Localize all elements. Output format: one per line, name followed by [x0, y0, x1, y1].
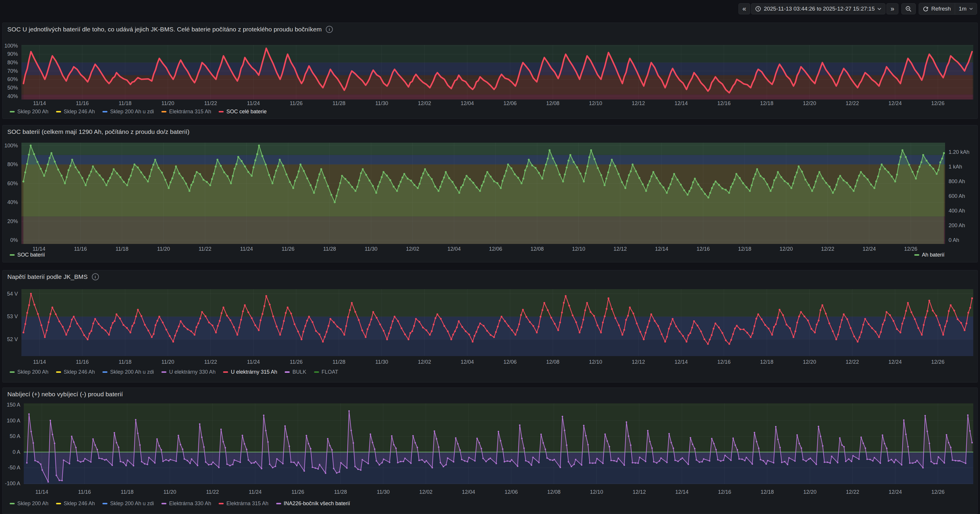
x-axis-tick-label: 11/22: [200, 359, 221, 365]
legend-item[interactable]: Sklep 200 Ah: [10, 501, 48, 507]
x-axis-tick-label: 12/02: [415, 489, 436, 495]
time-range-picker[interactable]: 2025-11-13 03:44:26 to 2025-12-27 15:27:…: [751, 3, 886, 14]
x-axis-tick-label: 12/08: [543, 489, 565, 495]
panel-soc-total: SOC baterií (celkem mají 1290 Ah, počítá…: [2, 125, 978, 263]
x-axis-tick-label: 12/10: [585, 100, 606, 107]
y-axis-tick-label: 40%: [3, 199, 18, 205]
x-axis-tick-label: 11/30: [360, 246, 382, 252]
legend-series-swatch: [102, 503, 107, 504]
x-axis-tick-label: 12/20: [800, 489, 821, 495]
legend-series-swatch: [914, 254, 919, 256]
chart-plot-area[interactable]: [24, 403, 973, 484]
x-axis-tick-label: 12/14: [671, 100, 692, 107]
zoom-out-button[interactable]: [901, 3, 916, 14]
legend-series-swatch: [56, 503, 61, 504]
legend-item[interactable]: Sklep 246 Ah: [56, 108, 95, 115]
x-axis-tick-label: 12/04: [458, 489, 479, 495]
legend-series-label: Sklep 200 Ah u zdi: [110, 501, 154, 507]
chart-plot-area[interactable]: [21, 289, 973, 356]
time-shift-forward-button[interactable]: »: [886, 3, 899, 14]
legend-series-swatch: [219, 503, 224, 504]
chart-plot-area[interactable]: [21, 45, 973, 100]
panel-title[interactable]: Nabíjecí (+) nebo vybíjecí (-) proud bat…: [7, 391, 123, 398]
refresh-interval-dropdown[interactable]: 1m: [955, 3, 977, 14]
y-axis-tick-label: 60%: [3, 180, 18, 187]
x-axis-tick-label: 12/08: [542, 100, 563, 107]
legend-item[interactable]: Sklep 246 Ah: [56, 369, 95, 375]
x-axis-tick-label: 11/26: [286, 100, 307, 107]
x-axis-tick-label: 11/28: [328, 359, 350, 365]
time-range-label: 2025-11-13 03:44:26 to 2025-12-27 15:27:…: [764, 6, 875, 12]
legend-item[interactable]: Elektrárna 315 Ah: [161, 108, 211, 115]
legend-item[interactable]: Ah baterií: [914, 252, 945, 258]
legend-series-swatch: [161, 503, 166, 504]
panel-title[interactable]: SOC baterií (celkem mají 1290 Ah, počítá…: [7, 128, 189, 135]
x-axis-tick-label: 12/12: [609, 246, 631, 252]
legend-item[interactable]: SOC celé baterie: [219, 108, 267, 115]
x-axis-tick-label: 11/24: [243, 100, 264, 107]
chart-legend: Sklep 200 AhSklep 246 AhSklep 200 Ah u z…: [10, 369, 973, 375]
x-axis-tick-label: 12/16: [713, 100, 735, 107]
panel-battery-voltage: Napětí baterií podle JK_BMS i 54 V53 V52…: [2, 270, 978, 382]
right-y-axis-tick-label: 1.20 kAh: [948, 149, 969, 155]
x-axis-tick-label: 12/06: [500, 359, 521, 365]
legend-item[interactable]: Sklep 200 Ah u zdi: [102, 369, 154, 375]
y-axis-tick-label: 100 A: [3, 417, 20, 424]
x-axis-tick-label: 12/14: [671, 359, 692, 365]
legend-item[interactable]: Elektrárna 330 Ah: [161, 501, 211, 507]
legend-series-swatch: [161, 371, 166, 373]
info-icon[interactable]: i: [92, 273, 99, 280]
legend-item[interactable]: U elektrárny 315 Ah: [223, 369, 277, 375]
x-axis-tick-label: 12/20: [799, 100, 820, 107]
legend-item[interactable]: Elektrárna 315 Ah: [219, 501, 268, 507]
x-axis-tick-label: 12/26: [927, 359, 948, 365]
legend-item[interactable]: U elektrárny 330 Ah: [161, 369, 215, 375]
x-axis-tick-label: 12/26: [928, 489, 948, 495]
legend-series-label: Sklep 246 Ah: [64, 369, 95, 375]
x-axis-tick-label: 11/26: [277, 246, 299, 252]
x-axis-tick-label: 12/02: [402, 246, 423, 252]
y-axis-tick-label: 70%: [3, 68, 18, 74]
y-axis-tick-label: 52 V: [3, 336, 18, 342]
x-axis-tick-label: 12/02: [414, 100, 435, 107]
panel-header: Nabíjecí (+) nebo vybíjecí (-) proud bat…: [3, 391, 977, 398]
chart-plot-area[interactable]: [21, 143, 945, 244]
legend-item[interactable]: Sklep 200 Ah: [10, 108, 48, 115]
legend-series-swatch: [102, 111, 107, 113]
legend-item[interactable]: Sklep 246 Ah: [56, 501, 95, 507]
legend-series-label: Sklep 200 Ah u zdi: [110, 369, 154, 375]
refresh-button[interactable]: Refresh: [919, 3, 955, 14]
x-axis-tick-label: 12/16: [713, 359, 735, 365]
x-axis-tick-label: 11/20: [159, 489, 180, 495]
legend-series-swatch: [10, 371, 15, 373]
x-axis-tick-label: 12/06: [485, 246, 506, 252]
legend-item[interactable]: SOC baterií: [10, 252, 45, 258]
legend-item[interactable]: Sklep 200 Ah u zdi: [102, 108, 154, 115]
legend-series-swatch: [219, 111, 224, 113]
x-axis-tick-label: 11/26: [286, 359, 307, 365]
refresh-interval-value: 1m: [959, 6, 967, 12]
legend-item[interactable]: BULK: [285, 369, 306, 375]
legend-item[interactable]: INA226-bočník všech baterií: [276, 501, 350, 507]
x-axis-tick-label: 11/16: [72, 359, 93, 365]
time-shift-back-button[interactable]: «: [738, 3, 751, 14]
legend-item[interactable]: Sklep 200 Ah u zdi: [102, 501, 154, 507]
y-axis-tick-label: 53 V: [3, 313, 18, 320]
y-axis-tick-label: 90%: [3, 51, 18, 57]
refresh-label: Refresh: [931, 6, 951, 12]
legend-item[interactable]: FLOAT: [314, 369, 339, 375]
x-axis-tick-label: 12/04: [444, 246, 465, 252]
legend-item[interactable]: Sklep 200 Ah: [10, 369, 48, 375]
x-axis-tick-label: 12/24: [885, 100, 906, 107]
panel-title[interactable]: Napětí baterií podle JK_BMS: [7, 273, 88, 280]
panel-title[interactable]: SOC U jednotlivých baterií dle toho, co …: [7, 26, 322, 33]
clock-icon: [755, 6, 761, 12]
x-axis-tick-label: 12/26: [900, 246, 921, 252]
chevron-down-icon: [969, 8, 973, 10]
x-axis-tick-label: 12/22: [842, 489, 863, 495]
info-icon[interactable]: i: [326, 26, 333, 33]
refresh-group: Refresh 1m: [919, 3, 977, 15]
x-axis-tick-label: 12/14: [671, 489, 692, 495]
x-axis-tick-label: 11/22: [194, 246, 216, 252]
y-axis-tick-label: -100 A: [3, 480, 20, 487]
